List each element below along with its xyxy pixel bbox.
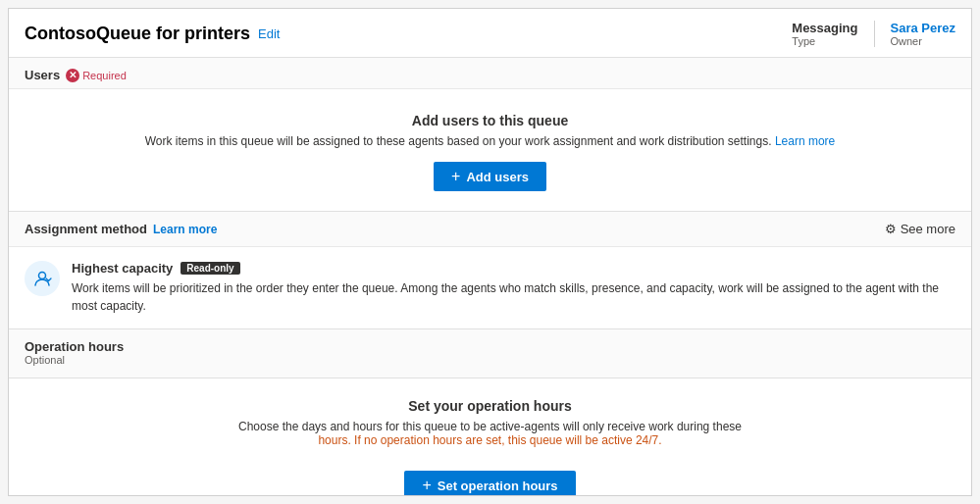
assignment-learn-more-link[interactable]: Learn more xyxy=(153,223,217,236)
op-hours-label-row: Operation hours xyxy=(9,329,971,354)
header-right: Messaging Type Sara Perez Owner xyxy=(792,21,955,47)
svg-point-0 xyxy=(39,273,46,279)
users-learn-more-link[interactable]: Learn more xyxy=(775,134,835,148)
header-left: ContosoQueue for printers Edit xyxy=(25,24,280,44)
optional-label: Optional xyxy=(9,354,971,372)
add-users-label: Add users xyxy=(466,170,529,184)
set-operation-hours-button[interactable]: + Set operation hours xyxy=(404,471,575,496)
users-panel: Add users to this queue Work items in th… xyxy=(9,89,971,212)
page-title: ContosoQueue for printers xyxy=(25,24,250,44)
add-users-button[interactable]: + Add users xyxy=(434,162,546,191)
assignment-label: Assignment method Learn more xyxy=(25,222,217,236)
users-panel-title: Add users to this queue xyxy=(25,113,955,128)
capacity-icon-circle xyxy=(25,261,60,296)
type-label: Type xyxy=(792,35,857,47)
operation-hours-section: Operation hours Optional xyxy=(9,329,971,378)
capacity-icon xyxy=(32,269,52,288)
users-label: Users ✕ Required xyxy=(25,68,955,82)
op-hours-panel-desc: Choose the days and hours for this queue… xyxy=(25,420,955,447)
owner-name[interactable]: Sara Perez xyxy=(891,21,956,35)
op-hours-label: Operation hours xyxy=(25,339,955,354)
edit-link[interactable]: Edit xyxy=(258,26,280,41)
page-header: ContosoQueue for printers Edit Messaging… xyxy=(9,9,971,58)
capacity-card: Highest capacity Read-only Work items wi… xyxy=(9,247,971,329)
see-more-button[interactable]: ⚙ See more xyxy=(885,222,955,236)
capacity-text: Highest capacity Read-only Work items wi… xyxy=(72,261,955,315)
owner-label: Owner xyxy=(891,35,956,47)
header-meta-owner: Sara Perez Owner xyxy=(891,21,956,47)
capacity-desc: Work items will be prioritized in the or… xyxy=(72,279,955,315)
header-meta-type: Messaging Type xyxy=(792,21,874,47)
capacity-title-row: Highest capacity Read-only xyxy=(72,261,955,276)
assignment-section-header: Assignment method Learn more ⚙ See more xyxy=(9,212,971,247)
users-section-header: Users ✕ Required xyxy=(9,58,971,89)
gear-icon: ⚙ xyxy=(885,222,897,236)
set-op-plus-icon: + xyxy=(422,478,431,493)
op-hours-orange-desc: hours. If no operation hours are set, th… xyxy=(318,433,661,447)
type-value: Messaging xyxy=(792,21,857,35)
set-operation-hours-label: Set operation hours xyxy=(438,479,558,493)
op-hours-panel-title: Set your operation hours xyxy=(25,398,955,414)
users-panel-desc: Work items in this queue will be assigne… xyxy=(25,134,955,148)
readonly-badge: Read-only xyxy=(181,262,239,275)
plus-icon: + xyxy=(451,169,460,184)
required-badge: ✕ Required xyxy=(66,69,127,82)
op-hours-panel: Set your operation hours Choose the days… xyxy=(9,378,971,496)
required-icon: ✕ xyxy=(66,69,79,82)
capacity-title: Highest capacity xyxy=(72,261,173,276)
